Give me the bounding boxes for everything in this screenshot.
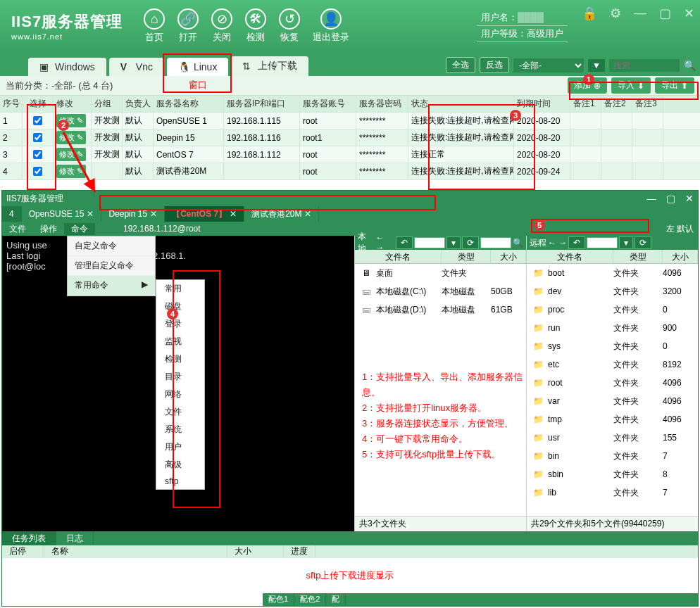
table-row[interactable]: 3 修改 ✎ 开发测 默认 CentOS 7 192.168.1.112 roo… xyxy=(0,146,700,163)
user-info: 用户名：████ 用户等级：高级用户 xyxy=(477,10,568,42)
modify-button[interactable]: 修改 ✎ xyxy=(56,148,86,161)
table-row[interactable]: 4 修改 ✎ 默认 测试香港20M root ******** 连接失败:连接超… xyxy=(0,163,700,180)
submenu-item[interactable]: 用户 xyxy=(156,438,204,456)
tab-tasklist[interactable]: 任务列表 xyxy=(2,531,56,545)
close-tab-icon[interactable]: ✕ xyxy=(87,209,94,219)
tab-vnc[interactable]: VVnc xyxy=(109,58,164,76)
ctx-common[interactable]: 常用命令▶ xyxy=(68,276,155,296)
dropdown-icon[interactable]: ▾ xyxy=(446,236,461,249)
logo: IIS7服务器管理 www.iis7.net xyxy=(11,11,123,41)
menu-file[interactable]: 文件 xyxy=(2,223,33,235)
up-icon[interactable]: ↶ xyxy=(396,236,413,249)
file-row[interactable]: 📁bin文件夹7 xyxy=(527,447,698,465)
nav-detect[interactable]: 🛠检测 xyxy=(245,8,266,44)
file-row[interactable]: 📁proc文件夹0 xyxy=(527,300,698,319)
modify-button[interactable]: 修改 ✎ xyxy=(56,131,86,144)
submenu-item[interactable]: 登录 xyxy=(156,315,204,333)
file-row[interactable]: 📁boot文件夹4096 xyxy=(527,264,698,282)
remote-file-list[interactable]: 📁boot文件夹4096📁dev文件夹3200📁proc文件夹0📁run文件夹9… xyxy=(527,264,698,516)
remote-pane: 远程 ← → ↶ ▾ ⟳ 文件名 类型 大小 📁boot文件夹4096📁dev文… xyxy=(526,236,698,531)
session-tab-4[interactable]: 测试香港20M ✕ xyxy=(244,206,319,222)
up-icon[interactable]: ↶ xyxy=(568,236,585,249)
table-row[interactable]: 1 修改 ✎ 开发测 默认 OpenSUSE 1 192.168.1.115 r… xyxy=(0,113,700,129)
nav-home[interactable]: ⌂首页 xyxy=(144,8,165,44)
close-tab-icon[interactable]: ✕ xyxy=(230,209,237,219)
wrench2-icon: ↺ xyxy=(279,8,300,30)
submenu-item[interactable]: 目录 xyxy=(156,368,204,386)
close-tab-icon[interactable]: ✕ xyxy=(150,209,157,219)
tab-windows[interactable]: ▣Windows xyxy=(28,58,106,76)
submenu-item[interactable]: sftp xyxy=(156,474,204,489)
file-row[interactable]: 📁tmp文件夹4096 xyxy=(527,410,698,429)
session-tab-3[interactable]: 【CentOS 7】 ✕ xyxy=(165,206,244,222)
refresh-icon[interactable]: ⟳ xyxy=(635,236,651,249)
file-row[interactable]: 📁run文件夹900 xyxy=(527,319,698,337)
filter-select[interactable]: -全部- xyxy=(513,58,584,72)
row-checkbox[interactable] xyxy=(33,150,42,159)
row-checkbox[interactable] xyxy=(33,133,42,142)
submenu-item[interactable]: 文件 xyxy=(156,403,204,421)
submenu-item[interactable]: 监视 xyxy=(156,333,204,350)
search-input[interactable] xyxy=(609,59,680,72)
tab-log[interactable]: 日志 xyxy=(56,531,94,545)
submenu-item[interactable]: 高级 xyxy=(156,456,204,474)
session-tab-1[interactable]: OpenSUSE 15 ✕ xyxy=(22,206,102,222)
file-row[interactable]: 📁etc文件夹8192 xyxy=(527,355,698,374)
submenu-item[interactable]: 磁盘 xyxy=(156,298,204,315)
session-tab-2[interactable]: Deepin 15 ✕ xyxy=(101,206,165,222)
nav-close[interactable]: ⊘关闭 xyxy=(211,8,232,44)
invert-select-button[interactable]: 反选 xyxy=(480,57,509,73)
row-checkbox[interactable] xyxy=(33,167,42,176)
search-icon[interactable]: 🔍 xyxy=(684,60,696,71)
lock-icon[interactable]: 🔒 xyxy=(582,6,597,21)
close-tab-icon[interactable]: ✕ xyxy=(304,209,311,219)
close-icon[interactable]: ✕ xyxy=(684,6,694,21)
file-row[interactable]: 📁sys文件夹0 xyxy=(527,337,698,355)
min-icon[interactable]: — xyxy=(646,193,656,204)
dropdown-icon[interactable]: ▼ xyxy=(588,59,605,72)
import-button[interactable]: 导入 ⬇ xyxy=(611,77,651,94)
menu-cmd[interactable]: 命令 xyxy=(64,223,95,235)
row-checkbox[interactable] xyxy=(33,116,42,125)
maximize-icon[interactable]: ▢ xyxy=(659,6,671,21)
max-icon[interactable]: ▢ xyxy=(666,193,675,204)
file-row[interactable]: 🖴本地磁盘(C:\)本地磁盘50GB xyxy=(355,282,526,300)
file-row[interactable]: 📁var文件夹4096 xyxy=(527,392,698,410)
dropdown-icon[interactable]: ▾ xyxy=(619,236,633,249)
file-row[interactable]: 📁usr文件夹155 xyxy=(527,429,698,447)
close2-icon[interactable]: ✕ xyxy=(685,193,694,204)
back-icon[interactable]: ← → xyxy=(548,238,567,248)
select-all-button[interactable]: 全选 xyxy=(446,57,475,73)
ctx-custom[interactable]: 自定义命令 xyxy=(68,236,155,256)
local-search[interactable] xyxy=(480,237,511,248)
search2-icon[interactable]: 🔍 xyxy=(513,238,523,248)
tab-upload[interactable]: ⇅上传下载 xyxy=(231,56,308,76)
minimize-icon[interactable]: — xyxy=(634,6,646,21)
nav-restore[interactable]: ↺恢复 xyxy=(279,8,300,44)
nav-logout[interactable]: 👤退出登录 xyxy=(313,8,349,44)
submenu-item[interactable]: 网络 xyxy=(156,386,204,403)
nav-open[interactable]: 🔗打开 xyxy=(177,8,199,44)
local-path[interactable] xyxy=(414,237,445,248)
modify-button[interactable]: 修改 ✎ xyxy=(56,165,86,178)
file-row[interactable]: 📁sbin文件夹8 xyxy=(527,465,698,483)
export-button[interactable]: 导出 ⬆ xyxy=(655,77,694,94)
file-row[interactable]: 🖴本地磁盘(D:\)本地磁盘61GB xyxy=(355,300,526,319)
file-row[interactable]: 🖥桌面文件夹 xyxy=(355,264,526,282)
category-row: 当前分类：-全部- (总 4 台) 添加 ⊕ 导入 ⬇ 导出 ⬆ xyxy=(0,76,700,96)
file-row[interactable]: 📁dev文件夹3200 xyxy=(527,282,698,300)
file-row[interactable]: 📁root文件夹4096 xyxy=(527,374,698,392)
ctx-manage[interactable]: 管理自定义命令 xyxy=(68,256,155,276)
table-row[interactable]: 2 修改 ✎ 开发测 默认 Deepin 15 192.168.1.116 ro… xyxy=(0,129,700,146)
menu-op[interactable]: 操作 xyxy=(33,223,64,235)
remote-path[interactable] xyxy=(587,237,618,248)
submenu-item[interactable]: 常用 xyxy=(156,280,204,298)
refresh-icon[interactable]: ⟳ xyxy=(462,236,479,249)
gear-icon[interactable]: ⚙ xyxy=(610,6,621,21)
submenu-item[interactable]: 系统 xyxy=(156,421,204,438)
submenu-item[interactable]: 检测 xyxy=(156,350,204,368)
terminal[interactable]: Using use Last logi :37:01 2020 from 192… xyxy=(2,236,354,531)
tab-linux[interactable]: 🐧Linux xyxy=(167,58,228,76)
local-file-list[interactable]: 🖥桌面文件夹🖴本地磁盘(C:\)本地磁盘50GB🖴本地磁盘(D:\)本地磁盘61… xyxy=(355,264,526,516)
file-row[interactable]: 📁lib文件夹7 xyxy=(527,483,698,502)
